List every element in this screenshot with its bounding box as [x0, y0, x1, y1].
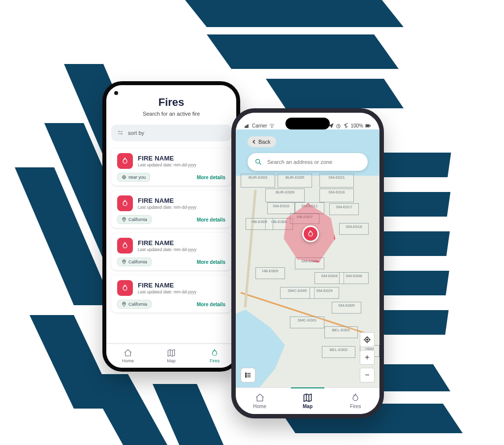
fire-location-chip[interactable]: near you — [117, 173, 150, 182]
map-zone-label[interactable]: SM-E029 — [310, 287, 339, 299]
fire-icon-badge — [117, 280, 133, 296]
svg-point-24 — [246, 376, 247, 377]
svg-point-9 — [124, 219, 125, 220]
list-icon — [245, 372, 252, 379]
pin-icon — [122, 302, 126, 307]
fire-card[interactable]: FIRE NAMELast updated date: mm-dd-yyyyCa… — [111, 233, 231, 270]
fire-name: FIRE NAME — [138, 282, 225, 289]
front-camera-dot — [114, 91, 118, 95]
fire-icon — [350, 393, 360, 403]
map-zone-label[interactable]: SM-E021 — [319, 174, 354, 188]
map-locate-button[interactable] — [360, 332, 375, 347]
more-details-link[interactable]: More details — [197, 217, 225, 222]
map-zone-label[interactable]: SM-E017 — [329, 203, 359, 215]
fire-icon-badge — [117, 195, 133, 211]
nav-tab-home[interactable]: Home — [106, 344, 150, 368]
nav-tab-label: Map — [303, 404, 313, 409]
nav-tab-map[interactable]: Map — [150, 344, 193, 368]
page-subtitle: Search for an active fire — [112, 111, 230, 117]
bluetooth-icon — [343, 123, 348, 128]
fire-icon-badge — [117, 153, 133, 169]
sort-by-label: sort by — [128, 130, 144, 136]
nav-tab-fires[interactable]: Fires — [332, 388, 379, 414]
map-canvas[interactable]: Back BUR-E003BUR-E005BUR-E009SM-E021SM-E… — [236, 129, 379, 387]
fire-updated: Last updated date: mm-dd-yyyy — [138, 247, 225, 252]
fire-updated: Last updated date: mm-dd-yyyy — [138, 289, 225, 294]
nav-tab-label: Fires — [350, 404, 361, 409]
nav-tab-map[interactable]: Map — [284, 388, 331, 414]
map-search-bar[interactable] — [248, 153, 368, 171]
fire-card[interactable]: FIRE NAMELast updated date: mm-dd-yyyyCa… — [111, 191, 231, 228]
pin-icon — [122, 217, 126, 222]
map-zone-label[interactable]: SM-E018 — [339, 223, 369, 235]
fire-name: FIRE NAME — [138, 155, 225, 162]
map-icon — [303, 393, 313, 403]
alarm-icon — [336, 123, 341, 128]
svg-point-10 — [124, 261, 125, 262]
sort-by-control[interactable]: sort by — [111, 125, 231, 141]
svg-point-26 — [367, 339, 368, 341]
phone-map: Carrier 100% Back — [231, 108, 384, 418]
nav-tab-label: Home — [122, 358, 134, 363]
carrier-label: Carrier — [252, 123, 267, 128]
battery-icon — [365, 123, 371, 128]
fire-location-chip[interactable]: California — [117, 257, 152, 266]
fire-updated: Last updated date: mm-dd-yyyy — [138, 205, 225, 210]
map-zone-label[interactable]: BUR-E009 — [265, 189, 305, 202]
svg-point-5 — [118, 131, 119, 132]
dynamic-island — [285, 118, 330, 129]
svg-rect-14 — [247, 125, 247, 128]
more-details-link[interactable]: More details — [197, 259, 225, 265]
map-search-input[interactable] — [267, 159, 361, 165]
svg-point-8 — [124, 177, 125, 178]
more-details-link[interactable]: More details — [197, 175, 225, 180]
fire-icon-badge — [117, 238, 133, 254]
svg-point-23 — [246, 375, 247, 376]
fire-location-chip[interactable]: California — [117, 300, 152, 309]
map-zoom-in-button[interactable]: + — [360, 350, 375, 365]
fire-icon — [210, 349, 219, 357]
phone-fires-list: Fires Search for an active fire sort by … — [102, 81, 240, 372]
map-zone-label[interactable]: HB-E009 — [255, 267, 285, 279]
map-zone-label[interactable]: SM-E008 — [339, 272, 369, 284]
fire-icon — [121, 284, 129, 292]
nav-tab-label: Fires — [210, 358, 220, 363]
map-zone-label[interactable]: SM-E005 — [332, 302, 361, 314]
fire-location-chip[interactable]: California — [117, 215, 152, 224]
svg-point-22 — [246, 373, 247, 374]
map-zoom-out-button[interactable]: − — [360, 368, 375, 382]
svg-rect-19 — [366, 125, 369, 127]
back-button[interactable]: Back — [248, 136, 276, 147]
map-layers-button[interactable] — [241, 368, 255, 382]
map-zone-label[interactable]: SM-E010 — [267, 202, 295, 214]
map-zone-label[interactable]: SMC-E001 — [290, 317, 324, 328]
crosshair-icon — [364, 336, 371, 343]
map-zone-label[interactable]: HB-E005 — [246, 218, 273, 230]
nav-tab-label: Map — [167, 358, 176, 363]
home-icon — [124, 349, 132, 357]
map-zone-label[interactable]: BUR-E003 — [241, 174, 275, 188]
fire-map-pin[interactable] — [302, 225, 319, 242]
map-zone-label[interactable]: BEL-E002 — [322, 346, 355, 358]
nav-tab-home[interactable]: Home — [236, 388, 284, 414]
fire-icon — [307, 230, 315, 238]
chevron-left-icon — [252, 139, 256, 144]
svg-rect-15 — [248, 125, 248, 128]
more-details-link[interactable]: More details — [197, 302, 225, 307]
nav-tab-fires[interactable]: Fires — [193, 344, 236, 368]
fire-card[interactable]: FIRE NAMELast updated date: mm-dd-yyyyCa… — [111, 275, 231, 313]
map-icon — [167, 349, 176, 357]
map-road — [244, 190, 257, 308]
signal-icon — [245, 123, 250, 128]
fires-header: Fires Search for an active fire — [106, 85, 236, 122]
map-zone-label[interactable]: SM-E016 — [319, 189, 354, 202]
map-zone-label[interactable]: BUR-E005 — [278, 174, 312, 188]
svg-point-11 — [124, 303, 125, 305]
fire-icon — [121, 199, 129, 207]
map-zone-label[interactable]: BEL-E001 — [324, 326, 358, 338]
search-icon — [254, 158, 262, 166]
svg-point-21 — [256, 159, 260, 163]
fire-updated: Last updated date: mm-dd-yyyy — [138, 162, 225, 167]
fire-card[interactable]: FIRE NAMELast updated date: mm-dd-yyyyne… — [111, 148, 231, 186]
page-title: Fires — [112, 96, 230, 109]
